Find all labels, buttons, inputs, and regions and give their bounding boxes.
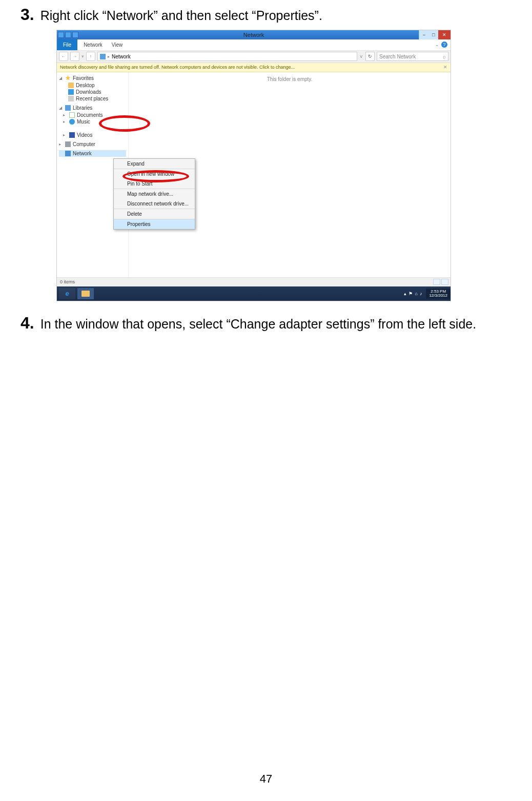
back-button[interactable]: ← [59, 52, 68, 61]
ribbon-expand-icon[interactable]: ⌄ [435, 42, 439, 47]
context-menu: Expand Open in new window Pin to Start M… [113, 158, 195, 230]
ribbon-bar: File Network View ⌄ ? [57, 39, 451, 51]
nav-network[interactable]: Network [59, 150, 126, 157]
quick-access [58, 32, 78, 38]
details-view-button[interactable] [433, 279, 440, 285]
window-title: Network [243, 32, 264, 38]
videos-icon [69, 132, 75, 138]
help-icon[interactable]: ? [441, 42, 447, 48]
ctx-open-new-window[interactable]: Open in new window [114, 169, 195, 179]
minimize-button[interactable]: − [419, 30, 429, 39]
window-buttons: − □ ✕ [419, 30, 451, 39]
nav-downloads[interactable]: Downloads [59, 89, 126, 95]
maximize-button[interactable]: □ [429, 30, 438, 39]
nav-recent-places[interactable]: Recent places [59, 95, 126, 102]
system-tray: ▴ ⚑ ⌂ ♪ 2:53 PM 12/3/2012 [404, 286, 451, 301]
folder-icon [68, 83, 74, 88]
nav-history-dropdown[interactable]: ▾ [81, 54, 84, 59]
network-icon [65, 151, 71, 156]
search-icon: ⌕ [443, 54, 446, 59]
infobar-text: Network discovery and file sharing are t… [60, 65, 295, 70]
nav-documents[interactable]: ▸Documents [59, 112, 126, 118]
info-bar[interactable]: Network discovery and file sharing are t… [57, 63, 451, 72]
nav-computer[interactable]: ▸Computer [59, 141, 126, 147]
ctx-expand[interactable]: Expand [114, 159, 195, 169]
network-icon [100, 54, 106, 59]
status-bar: 0 items [57, 277, 451, 286]
tray-show-hidden-icon[interactable]: ▴ [404, 291, 406, 296]
status-items: 0 items [60, 279, 75, 284]
nav-videos[interactable]: ▸Videos [59, 132, 126, 138]
nav-libraries-head[interactable]: ◢Libraries [59, 105, 126, 111]
ctx-map-network-drive[interactable]: Map network drive... [114, 189, 195, 199]
taskbar-explorer[interactable] [77, 288, 94, 299]
empty-text: This folder is empty. [267, 76, 313, 82]
refresh-button[interactable]: ↻ [365, 52, 375, 61]
taskbar-clock[interactable]: 2:53 PM 12/3/2012 [426, 289, 451, 299]
ctx-properties[interactable]: Properties [114, 219, 195, 229]
libraries-icon [65, 105, 71, 111]
tray-action-center-icon[interactable]: ⚑ [408, 291, 413, 296]
nav-desktop[interactable]: Desktop [59, 82, 126, 89]
screenshot-explorer: Network − □ ✕ File Network View ⌄ ? ← → … [56, 30, 451, 301]
search-placeholder: Search Network [379, 54, 416, 59]
ctx-disconnect-network-drive[interactable]: Disconnect network drive... [114, 199, 195, 209]
tab-network[interactable]: Network [84, 42, 103, 48]
recent-icon [68, 96, 74, 101]
step-3: 3. Right click “Network” and then select… [21, 5, 511, 25]
ctx-pin-to-start[interactable]: Pin to Start [114, 179, 195, 189]
ctx-delete[interactable]: Delete [114, 209, 195, 219]
page-number: 47 [260, 772, 272, 786]
tray-network-icon[interactable]: ⌂ [415, 291, 417, 296]
file-tab[interactable]: File [57, 39, 77, 50]
step-4: 4. In the window that opens, select “Cha… [21, 314, 511, 333]
step-text: Right click “Network” and then select “P… [40, 7, 322, 25]
qat-btn[interactable] [72, 32, 78, 38]
step-number: 4. [21, 314, 34, 333]
qat-btn[interactable] [65, 32, 71, 38]
nav-music[interactable]: ▸Music [59, 118, 126, 125]
window-titlebar: Network − □ ✕ [57, 30, 451, 39]
taskbar-ie[interactable]: e [59, 288, 75, 299]
search-input[interactable]: Search Network ⌕ [377, 52, 448, 61]
taskbar: e ▴ ⚑ ⌂ ♪ 2:53 PM 12/3/2012 [57, 286, 451, 301]
up-button[interactable]: ↑ [86, 52, 95, 61]
computer-icon [65, 141, 71, 147]
addr-dropdown[interactable]: v [360, 54, 363, 59]
forward-button[interactable]: → [70, 52, 79, 61]
step-number: 3. [21, 5, 34, 24]
close-button[interactable]: ✕ [438, 30, 451, 39]
music-icon [69, 119, 75, 125]
star-icon [65, 75, 71, 81]
infobar-close[interactable]: ✕ [443, 65, 447, 70]
nav-favorites-head[interactable]: ◢Favorites [59, 75, 126, 81]
address-bar[interactable]: ▸ Network [97, 52, 357, 61]
step-text: In the window that opens, select “Change… [40, 316, 476, 333]
breadcrumb[interactable]: Network [112, 54, 131, 59]
download-icon [68, 89, 74, 95]
icons-view-button[interactable] [441, 279, 448, 285]
clock-date: 12/3/2012 [429, 294, 447, 298]
tab-view[interactable]: View [112, 42, 123, 48]
address-bar-row: ← → ▾ ↑ ▸ Network v ↻ Search Network ⌕ [57, 51, 451, 63]
breadcrumb-sep: ▸ [108, 54, 110, 59]
qat-btn[interactable] [58, 32, 64, 38]
documents-icon [69, 112, 75, 118]
folder-icon [81, 291, 90, 297]
tray-sound-icon[interactable]: ♪ [420, 291, 422, 296]
